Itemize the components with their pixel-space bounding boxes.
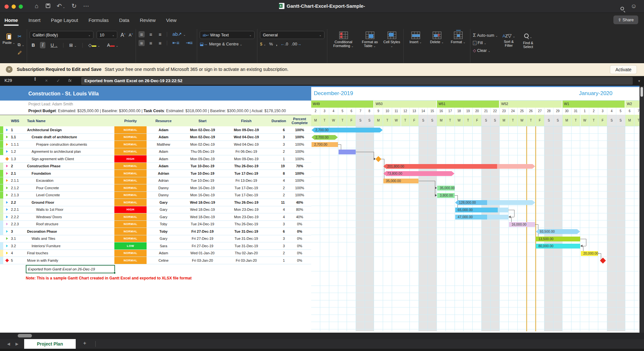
week-header-cell[interactable]: W50 <box>374 101 437 108</box>
day-letter-cell[interactable]: S <box>356 115 365 126</box>
underline-button[interactable]: U ⌄ <box>49 42 60 48</box>
duration-cell[interactable]: 4 <box>268 213 288 220</box>
col-header-priority[interactable]: Priority <box>114 115 147 126</box>
wrap-text-button[interactable]: ab↩ Wrap Text⌄ <box>200 31 255 39</box>
day-number-cell[interactable]: 18 <box>455 108 464 115</box>
gantt-bar[interactable]: 128,000.00 <box>455 200 535 205</box>
wbs-cell[interactable]: 2 <box>11 163 26 170</box>
day-letter-cell[interactable]: W <box>581 115 590 126</box>
percent-cell[interactable]: 100% <box>288 141 311 148</box>
day-number-cell[interactable]: 9 <box>374 108 383 115</box>
gantt-bar[interactable]: 35,000.00 <box>383 179 418 183</box>
name-box-spinner[interactable]: ▲▼ <box>34 77 36 81</box>
col-header-resource[interactable]: Resource <box>147 115 180 126</box>
month-label-january[interactable]: January-2020 <box>579 90 612 97</box>
copy-icon[interactable]: ⧉ ⌄ <box>18 42 24 47</box>
percent-cell[interactable]: 0% <box>288 228 311 235</box>
task-name-cell[interactable]: Sign agreement with Client <box>26 155 114 162</box>
table-row[interactable]: 2.1.3Level ConcreteNORMALDannyMon 16-Dec… <box>0 192 311 199</box>
formula-input[interactable]: Exported from Gantt Excel on 26-Dec-19 2… <box>81 77 633 85</box>
day-letter-cell[interactable]: S <box>491 115 500 126</box>
gantt-bar[interactable]: 20,000.00 <box>581 251 598 256</box>
feedback-smiley-icon[interactable]: ☺ <box>631 2 637 10</box>
sheet-tab-project-plan[interactable]: Project Plan <box>24 339 76 349</box>
decrease-decimal-icon[interactable]: .00→ <box>291 42 301 46</box>
priority-cell[interactable]: NORMAL <box>114 141 147 148</box>
percent-format-icon[interactable]: % <box>269 42 273 46</box>
start-cell[interactable]: Mon 16-Dec-19 <box>180 184 225 191</box>
day-letter-cell[interactable]: F <box>473 115 482 126</box>
table-row[interactable]: 4Final touchesNORMALAdamWed 01-Jan-20Thu… <box>0 250 311 257</box>
percent-cell[interactable]: 40% <box>288 213 311 220</box>
tab-formulas[interactable]: Formulas <box>89 17 109 23</box>
wbs-cell[interactable]: 5 <box>11 257 26 264</box>
percent-cell[interactable]: 40% <box>288 199 311 206</box>
day-letter-cell[interactable]: F <box>598 115 607 126</box>
day-number-cell[interactable]: 21 <box>482 108 491 115</box>
col-header-wbs[interactable]: WBS <box>11 115 26 126</box>
fill-color-icon[interactable]: ◇ ⌄ <box>86 42 102 48</box>
finish-cell[interactable]: Mon 23-Dec-19 <box>225 206 268 213</box>
gantt-bar[interactable]: 2,700.00 <box>312 142 338 147</box>
day-number-cell[interactable]: 17 <box>446 108 455 115</box>
task-name-cell[interactable]: Final touches <box>26 250 114 257</box>
sort-filter-button[interactable]: AZ▽ ⌄ Sort & Filter <box>500 31 517 47</box>
banner-close-icon[interactable]: ✕ <box>6 66 13 73</box>
start-cell[interactable]: Tue 10-Dec-19 <box>180 163 225 170</box>
duration-cell[interactable]: 8 <box>268 170 288 177</box>
table-row[interactable]: 1.2Agreement to architectural planNORMAL… <box>0 148 311 156</box>
gantt-bar[interactable]: 93,500.00 <box>536 229 580 234</box>
resource-cell[interactable]: Gary <box>147 199 180 206</box>
finish-cell[interactable]: Wed 04-Dec-19 <box>225 141 268 148</box>
day-number-cell[interactable]: 6 <box>347 108 356 115</box>
day-number-cell[interactable]: 5 <box>338 108 347 115</box>
table-row[interactable]: 3Decoration PhaseNORMALTobyFri 27-Dec-19… <box>0 228 311 235</box>
duration-cell[interactable]: 2 <box>268 184 288 191</box>
priority-cell[interactable]: NORMAL <box>114 213 147 220</box>
vertical-scrollbar-thumb[interactable] <box>640 87 643 97</box>
duration-cell[interactable]: 3 <box>268 141 288 148</box>
priority-cell[interactable]: NORMAL <box>114 170 147 177</box>
finish-cell[interactable]: Fri 13-Dec-19 <box>225 177 268 184</box>
priority-cell[interactable]: HIGH <box>114 206 147 213</box>
finish-cell[interactable]: Wed 04-Dec-19 <box>225 134 268 141</box>
start-cell[interactable]: Mon 02-Dec-19 <box>180 126 225 133</box>
day-letter-cell[interactable]: M <box>625 115 634 126</box>
font-size-select[interactable]: 10⌄ <box>97 31 117 39</box>
decrease-font-icon[interactable]: A˅ <box>129 33 133 37</box>
day-letter-cell[interactable]: S <box>365 115 374 126</box>
finish-cell[interactable]: Thu 02-Jan-20 <box>225 250 268 257</box>
resource-cell[interactable]: Adam <box>147 250 180 257</box>
task-name-cell[interactable]: Walls and Tiles <box>26 235 114 242</box>
day-number-cell[interactable]: 23 <box>500 108 509 115</box>
insert-cells-button[interactable]: Insert ⌄ <box>406 31 425 44</box>
tab-review[interactable]: Review <box>140 17 156 23</box>
day-number-cell[interactable]: 22 <box>491 108 500 115</box>
resource-cell[interactable]: Sara <box>147 242 180 249</box>
resource-cell[interactable]: Adam <box>147 148 180 155</box>
day-letter-cell[interactable]: T <box>589 115 598 126</box>
merge-centre-button[interactable]: ⬓↔ Merge & Centre ⌄ <box>200 42 242 46</box>
finish-cell[interactable]: Mon 09-Dec-19 <box>225 155 268 162</box>
day-number-cell[interactable]: 19 <box>464 108 473 115</box>
currency-format-icon[interactable]: $ ⌄ <box>260 42 266 46</box>
task-name-cell[interactable]: Decoration Phase <box>26 228 114 235</box>
duration-cell[interactable]: 4 <box>268 206 288 213</box>
wbs-cell[interactable]: 1.2 <box>11 148 26 155</box>
gantt-bar[interactable]: 65,000.00 <box>455 208 508 212</box>
day-letter-cell[interactable]: T <box>446 115 455 126</box>
gantt-bar[interactable]: 2,700.00 <box>312 128 383 132</box>
start-cell[interactable]: Wed 18-Dec-19 <box>180 206 225 213</box>
table-row[interactable]: 2.2.2Windows/ DoorsNORMALGaryWed 18-Dec-… <box>0 213 311 221</box>
day-number-cell[interactable]: 13 <box>410 108 419 115</box>
day-letter-cell[interactable]: S <box>544 115 553 126</box>
day-letter-cell[interactable]: T <box>509 115 518 126</box>
start-cell[interactable]: Tue 10-Dec-19 <box>180 170 225 177</box>
week-header-cell[interactable]: W52 <box>500 101 562 108</box>
wbs-cell[interactable]: 1.3 <box>11 155 26 162</box>
day-number-cell[interactable]: 4 <box>607 108 616 115</box>
duration-cell[interactable]: 6 <box>268 126 288 133</box>
insert-function-icon[interactable]: fx <box>68 78 72 83</box>
task-name-cell[interactable]: Architectural Design <box>26 126 114 133</box>
gantt-bar[interactable]: 80,000.00 <box>536 244 580 249</box>
